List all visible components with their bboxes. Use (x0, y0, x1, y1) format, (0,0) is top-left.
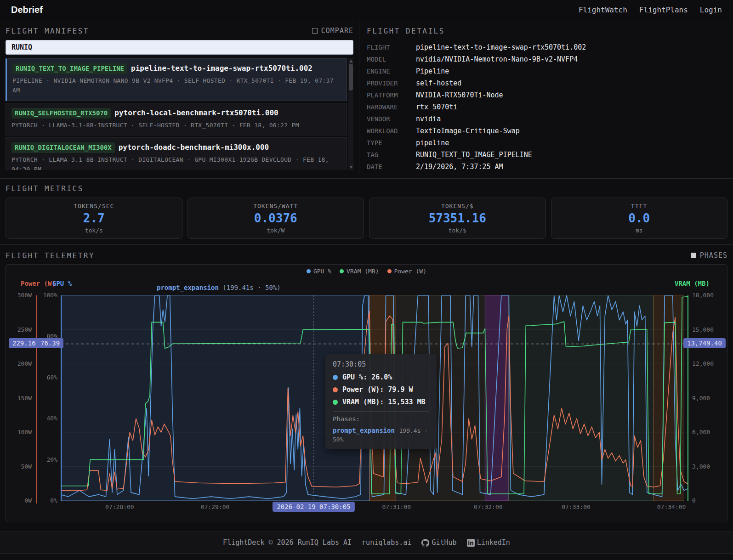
power-axis-title: Power (W) (21, 280, 56, 287)
nav-link-flightwatch[interactable]: FlightWatch (579, 6, 627, 14)
x-tick-label: 07:28:00 (105, 503, 134, 510)
flight-manifest-panel: FLIGHT MANIFEST COMPARE RUNIQ_TEXT_TO_IM… (0, 20, 359, 178)
linkedin-icon (467, 539, 475, 547)
legend-item[interactable]: Power (W) (387, 268, 426, 275)
detail-value: nvidia/NVIDIA-Nemotron-Nano-9B-v2-NVFP4 (416, 55, 578, 63)
axis-value-badge: 229.16 (9, 338, 40, 348)
x-tick-label: 07:32:00 (474, 503, 503, 510)
scrollbar-thumb[interactable] (349, 64, 353, 91)
telemetry-chart[interactable]: GPU %VRAM (MB)Power (W) Power (W) GPU % … (6, 264, 727, 522)
metric-label: TOKENS/SEC (74, 203, 114, 209)
phase-region-title: prompt_expansion (199.41s · 50%) (157, 284, 281, 291)
detail-row: ENGINEPipeline (367, 65, 727, 77)
manifest-item[interactable]: RUNIQ_TEXT_TO_IMAGE_PIPELINEpipeline-tex… (6, 58, 347, 101)
tooltip-series-row: VRAM (MB): 15,533 MB (333, 398, 429, 406)
footer-site-link[interactable]: runiqlabs.ai (362, 538, 411, 547)
axis-tick-label: 40% (39, 415, 57, 422)
run-tag-badge: RUNIQ_DIGITALOCEAN_MI300X (11, 142, 115, 153)
metric-card: TOKENS/WATT0.0376tok/W (188, 198, 364, 239)
axis-tick-label: 100% (39, 292, 57, 299)
detail-label: FLIGHT (367, 44, 416, 51)
main-row: FLIGHT MANIFEST COMPARE RUNIQ_TEXT_TO_IM… (0, 20, 733, 179)
metric-label: TOKENS/$ (441, 203, 474, 209)
detail-row: DATE2/19/2026, 7:37:25 AM (367, 161, 727, 173)
footer: FlightDeck © 2026 RunIQ Labs AI runiqlab… (0, 532, 733, 554)
nav-link-flightplans[interactable]: FlightPlans (639, 6, 688, 14)
metric-value: 0.0 (628, 211, 650, 225)
chart-tooltip: 07:30:05 GPU %: 26.0%Power (W): 79.9 WVR… (325, 354, 437, 449)
detail-label: VENDOR (367, 115, 416, 123)
detail-row: FLIGHTpipeline-text-to-image-swap-rtx507… (367, 41, 727, 53)
axis-tick-label: 20% (39, 456, 57, 464)
vram-axis-title: VRAM (MB) (675, 280, 710, 287)
tooltip-series-dot-icon (333, 375, 338, 380)
tooltip-series-dot-icon (333, 400, 338, 405)
tooltip-divider (333, 411, 429, 412)
manifest-section-title: FLIGHT MANIFEST (6, 27, 89, 35)
metrics-section-title: FLIGHT METRICS (6, 184, 727, 193)
x-axis-labels: 07:28:0007:29:0007:31:0007:32:0007:33:00… (6, 503, 727, 515)
manifest-item[interactable]: RUNIQ_SELFHOSTED_RTX5070pytorch-local-be… (6, 103, 347, 136)
detail-label: WORKLOAD (367, 127, 416, 135)
metric-label: TTFT (631, 203, 647, 209)
axis-tick-label: 9,000 (692, 395, 724, 402)
legend-item[interactable]: VRAM (MB) (340, 268, 379, 275)
github-icon (421, 539, 429, 547)
legend-marker-icon (387, 269, 392, 273)
tooltip-series-row: Power (W): 79.9 W (333, 385, 429, 394)
detail-row: MODELnvidia/NVIDIA-Nemotron-Nano-9B-v2-N… (367, 53, 727, 65)
run-tag-badge: RUNIQ_SELFHOSTED_RTX5070 (11, 108, 111, 119)
nav-link-login[interactable]: Login (700, 6, 722, 14)
footer-linkedin-link[interactable]: LinkedIn (467, 538, 510, 547)
detail-row: PLATFORMNVIDIA-RTX5070Ti-Node (367, 89, 727, 101)
detail-value: pipeline-text-to-image-swap-rtx5070ti.00… (416, 43, 586, 51)
compare-toggle[interactable]: COMPARE (312, 27, 353, 35)
axis-tick-label: 150W (10, 395, 32, 402)
axis-tick-label: 6,000 (692, 429, 724, 436)
footer-github-link[interactable]: GitHub (421, 538, 456, 547)
manifest-item[interactable]: RUNIQ_DIGITALOCEAN_MI300Xpytorch-doadc-b… (6, 137, 347, 170)
metric-card: TOKENS/SEC2.7tok/s (6, 198, 182, 239)
metric-card: TOKENS/$57351.16tok/$ (369, 198, 546, 239)
axis-tick-label: 60% (39, 374, 57, 381)
run-tag-badge: RUNIQ_TEXT_TO_IMAGE_PIPELINE (12, 63, 127, 74)
axis-tick-label: 3,000 (692, 463, 724, 470)
legend-item[interactable]: GPU % (307, 268, 331, 275)
run-title: pytorch-doadc-benchmark-mi300x.000 (119, 143, 269, 152)
detail-label: MODEL (367, 56, 416, 63)
detail-value: Pipeline (416, 67, 449, 75)
scroll-up-icon[interactable] (349, 60, 353, 62)
chart-legend: GPU %VRAM (MB)Power (W) (6, 268, 727, 275)
axis-tick-label: 15,000 (692, 326, 724, 334)
metric-cards: TOKENS/SEC2.7tok/sTOKENS/WATT0.0376tok/W… (6, 198, 727, 239)
metric-label: TOKENS/WATT (253, 203, 298, 209)
axis-tick-label: 200W (10, 360, 32, 368)
scroll-down-icon[interactable] (349, 166, 353, 169)
metric-unit: ms (636, 227, 643, 234)
axis-tick-label: 250W (10, 326, 32, 334)
detail-label: ENGINE (367, 68, 416, 75)
phases-checkbox-icon[interactable] (691, 253, 696, 258)
detail-row: TAGRUNIQ_TEXT_TO_IMAGE_PIPELINE (367, 149, 727, 161)
flight-metrics-section: FLIGHT METRICS TOKENS/SEC2.7tok/sTOKENS/… (0, 179, 733, 245)
power-axis-line (36, 295, 37, 503)
x-tick-label: 07:34:00 (657, 503, 686, 510)
compare-label: COMPARE (321, 27, 353, 35)
phases-toggle[interactable]: PHASES (691, 251, 727, 260)
axis-value-badge: 13,749.40 (683, 338, 726, 348)
manifest-search-input[interactable] (6, 40, 353, 55)
details-rows: FLIGHTpipeline-text-to-image-swap-rtx507… (367, 41, 727, 173)
tooltip-series-dot-icon (333, 387, 338, 392)
tooltip-phases-label: Phases: (333, 415, 429, 423)
gpu-axis-title: GPU % (52, 280, 72, 287)
legend-marker-icon (307, 269, 311, 273)
axis-value-badge: 76.39 (37, 338, 63, 348)
detail-label: DATE (367, 163, 416, 170)
detail-label: PROVIDER (367, 79, 416, 87)
detail-value: NVIDIA-RTX5070Ti-Node (416, 91, 503, 99)
compare-checkbox-icon[interactable] (312, 28, 318, 34)
run-meta: PYTORCH · LLAMA-3.1-8B-INSTRUCT · SELF-H… (11, 121, 341, 130)
detail-row: TYPEpipeline (367, 137, 727, 149)
manifest-scrollbar[interactable] (348, 58, 353, 170)
x-tick-label: 07:29:00 (201, 503, 230, 510)
